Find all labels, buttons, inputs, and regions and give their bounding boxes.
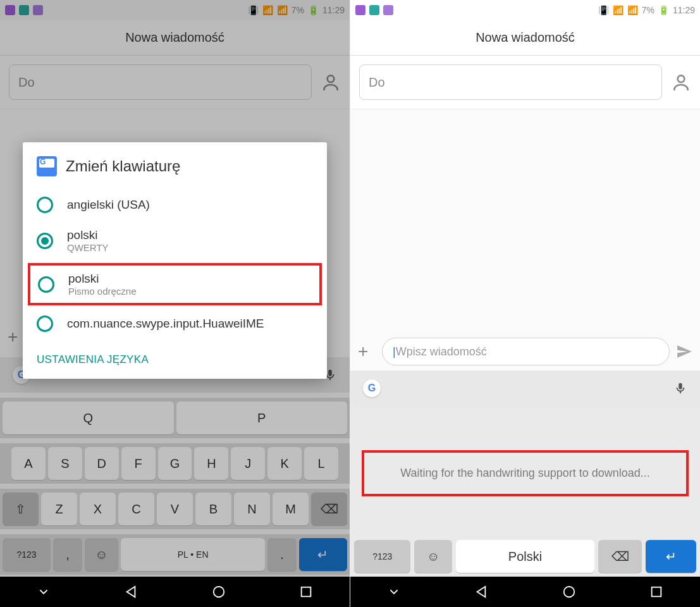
to-row: Do xyxy=(0,56,350,109)
key[interactable]: L xyxy=(304,447,338,480)
nav-bar xyxy=(0,577,350,607)
page-title: Nowa wiadomość xyxy=(350,20,700,56)
keyboard-row-4: ?123 , ☺ PL • EN . ↵ xyxy=(0,534,350,575)
shift-key[interactable]: ⇧ xyxy=(3,493,39,525)
keyboard-row-2: A S D F G H J K L xyxy=(0,443,350,484)
keyboard-switcher-dialog: G Zmień klawiaturę angielski (USA) polsk… xyxy=(23,142,327,379)
key[interactable]: Q xyxy=(3,402,174,434)
key[interactable]: N xyxy=(234,493,270,525)
keyboard-option-highlighted[interactable]: polski Pismo odręczne xyxy=(28,263,322,305)
right-screenshot: 📳 📶 📶 7% 🔋 11:29 Nowa wiadomość Do + |Wp… xyxy=(350,0,700,607)
gboard-bar: G xyxy=(350,371,700,406)
backspace-key[interactable]: ⌫ xyxy=(598,540,642,573)
keyboard-row-1: Q P xyxy=(0,398,350,438)
option-label: polski xyxy=(67,228,109,242)
google-icon[interactable]: G xyxy=(363,379,381,397)
key[interactable]: D xyxy=(85,447,119,480)
hide-keyboard-icon[interactable] xyxy=(37,585,51,599)
left-screenshot: 📳 📶 📶 7% 🔋 11:29 Nowa wiadomość Do + G Q… xyxy=(0,0,350,607)
keyboard-background: + G Q P A S D F G H J K L ⇧ Z X C V B N xyxy=(0,357,350,575)
key[interactable]: V xyxy=(157,493,193,525)
contacts-icon[interactable] xyxy=(671,72,691,92)
language-key[interactable]: Polski xyxy=(456,540,594,573)
enter-key[interactable]: ↵ xyxy=(646,540,696,573)
emoji-key[interactable]: ☺ xyxy=(414,540,452,573)
comma-key[interactable]: , xyxy=(53,538,82,571)
notif-icon xyxy=(355,5,365,15)
key[interactable]: G xyxy=(158,447,192,480)
page-title: Nowa wiadomość xyxy=(0,20,350,56)
svg-point-3 xyxy=(678,75,685,82)
home-icon[interactable] xyxy=(212,585,226,599)
recents-icon[interactable] xyxy=(299,585,313,599)
recents-icon[interactable] xyxy=(649,585,663,599)
contacts-icon[interactable] xyxy=(321,72,341,92)
key[interactable]: X xyxy=(80,493,116,525)
keyboard-row-bottom: ?123 ☺ Polski ⌫ ↵ xyxy=(350,536,700,577)
option-label: angielski (USA) xyxy=(67,198,150,212)
keyboard-option[interactable]: com.nuance.swype.input.HuaweiIME xyxy=(23,308,327,340)
battery-icon: 🔋 xyxy=(658,5,669,15)
dot-key[interactable]: . xyxy=(267,538,297,571)
back-icon[interactable] xyxy=(124,585,138,599)
key[interactable]: J xyxy=(231,447,265,480)
svg-rect-5 xyxy=(652,587,661,597)
key[interactable]: C xyxy=(118,493,154,525)
symbols-key[interactable]: ?123 xyxy=(354,540,410,573)
back-icon[interactable] xyxy=(474,585,488,599)
option-sublabel: QWERTY xyxy=(67,242,109,253)
vibrate-icon: 📳 xyxy=(248,5,259,15)
key[interactable]: F xyxy=(121,447,156,480)
key[interactable]: P xyxy=(176,402,348,434)
status-bar: 📳 📶 📶 7% 🔋 11:29 xyxy=(0,0,350,20)
dialog-title: Zmień klawiaturę xyxy=(66,157,180,175)
key[interactable]: S xyxy=(48,447,82,480)
key[interactable]: B xyxy=(195,493,231,525)
keyboard-option[interactable]: polski QWERTY xyxy=(23,221,327,261)
emoji-key[interactable]: ☺ xyxy=(85,538,118,571)
battery-icon: 🔋 xyxy=(308,5,319,15)
to-input[interactable]: Do xyxy=(359,64,662,100)
notif-icon xyxy=(383,5,393,15)
key[interactable]: H xyxy=(194,447,228,480)
symbols-key[interactable]: ?123 xyxy=(3,538,51,571)
key[interactable]: A xyxy=(11,447,46,480)
clock-text: 11:29 xyxy=(673,5,695,15)
compose-row: + |Wpisz wiadomość xyxy=(350,334,700,369)
mic-icon[interactable] xyxy=(673,381,687,395)
radio-icon xyxy=(37,316,53,332)
radio-icon-selected xyxy=(37,233,53,249)
enter-key[interactable]: ↵ xyxy=(299,538,347,571)
option-sublabel: Pismo odręczne xyxy=(68,286,137,297)
clock-text: 11:29 xyxy=(322,5,345,15)
option-label: polski xyxy=(68,272,137,286)
svg-point-1 xyxy=(213,587,224,598)
space-key[interactable]: PL • EN xyxy=(121,538,265,571)
battery-text: 7% xyxy=(292,5,304,15)
attach-icon[interactable]: + xyxy=(358,341,376,362)
message-input[interactable]: |Wpisz wiadomość xyxy=(382,338,670,365)
nav-bar xyxy=(350,577,700,607)
radio-icon xyxy=(37,197,53,213)
status-bar: 📳 📶 📶 7% 🔋 11:29 xyxy=(350,0,700,20)
svg-point-4 xyxy=(563,587,574,598)
to-input[interactable]: Do xyxy=(9,64,312,100)
hide-keyboard-icon[interactable] xyxy=(387,585,401,599)
key[interactable]: K xyxy=(267,447,302,480)
keyboard-option[interactable]: angielski (USA) xyxy=(23,189,327,221)
to-row: Do xyxy=(350,56,700,109)
key[interactable]: M xyxy=(273,493,309,525)
signal-icon: 📶 xyxy=(627,5,638,15)
wifi-icon: 📶 xyxy=(262,5,273,15)
backspace-key[interactable]: ⌫ xyxy=(311,493,347,525)
language-settings-link[interactable]: USTAWIENIA JĘZYKA xyxy=(37,353,313,366)
send-icon[interactable] xyxy=(676,343,692,360)
key[interactable]: Z xyxy=(41,493,77,525)
notif-icon xyxy=(369,5,379,15)
notif-icon xyxy=(19,5,29,15)
battery-text: 7% xyxy=(642,5,654,15)
radio-icon xyxy=(38,276,54,293)
home-icon[interactable] xyxy=(562,585,576,599)
vibrate-icon: 📳 xyxy=(598,5,609,15)
keyboard-row-3: ⇧ Z X C V B N M ⌫ xyxy=(0,489,350,529)
